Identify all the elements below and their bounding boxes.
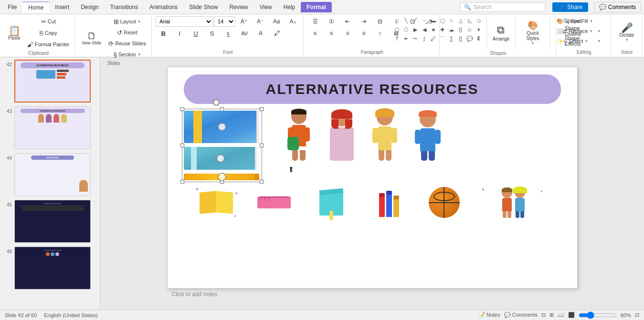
shape-triangle[interactable]: △ [456, 16, 465, 25]
paste-button[interactable]: 📋 Paste [5, 16, 24, 50]
view-reading[interactable]: 📖 [558, 312, 564, 318]
sub-handle-book2[interactable] [216, 154, 225, 163]
slide-canvas[interactable]: ALTERNATIVE RESOURCES [167, 67, 578, 289]
shape-smiley[interactable]: ☺ [465, 25, 474, 34]
tab-review[interactable]: Review [223, 2, 253, 12]
shape-ribbon[interactable]: 🎗 [475, 34, 483, 43]
numbering-button[interactable]: ① [324, 16, 339, 27]
change-case-button[interactable]: Aa [269, 16, 284, 27]
slide-thumbnail-43[interactable]: ALTERNATIVE RESOURCES [14, 106, 91, 149]
shape-pentagon[interactable]: ⬠ [393, 25, 401, 34]
text-shadow-button[interactable]: s̲ [221, 28, 236, 39]
shape-cross[interactable]: ✚ [438, 25, 447, 34]
increase-font-size-button[interactable]: A⁺ [236, 16, 252, 27]
decrease-font-size-button[interactable]: A⁻ [253, 16, 268, 27]
tab-transitions[interactable]: Transitions [105, 2, 144, 12]
shape-arrow-right[interactable]: ▶ [411, 25, 420, 34]
tab-home[interactable]: Home [22, 1, 49, 13]
slide-thumbnail-42[interactable]: ALTERNATIVE RESOURCES [14, 60, 91, 103]
sel-handle-bl[interactable] [180, 180, 184, 184]
shape-rectangle[interactable]: □ [393, 16, 401, 25]
tab-slideshow[interactable]: Slide Show [183, 2, 223, 12]
quick-styles-button[interactable]: 🎨 Quick Styles ▼ [519, 16, 546, 49]
select-button[interactable]: ⊹ Select ▼ [560, 36, 608, 46]
shape-rounded[interactable]: ▢ [438, 16, 447, 25]
view-normal[interactable]: ⊡ [541, 312, 546, 318]
shape-equation[interactable]: ∑ [447, 34, 456, 43]
zoom-slider[interactable] [579, 311, 617, 319]
shape-star[interactable]: ★ [429, 25, 438, 34]
shape-curve[interactable]: ∫ [420, 34, 429, 43]
strikethrough-button[interactable]: S [204, 28, 220, 39]
underline-button[interactable]: U [188, 28, 203, 39]
cut-button[interactable]: ✂ Cut [25, 16, 72, 27]
sel-handle-tr[interactable] [260, 107, 264, 111]
dictate-button[interactable]: 🎤 Dictate ▼ [615, 16, 639, 49]
slide-thumbnail-44[interactable]: RESOURCES [14, 153, 91, 196]
search-box[interactable]: 🔍 Search [460, 2, 546, 12]
share-button[interactable]: 👤 Share [552, 2, 588, 12]
clear-formatting-button[interactable]: Aₓ [285, 16, 300, 27]
shape-brace[interactable]: {} [456, 25, 465, 34]
find-button[interactable]: 🔍 Find [560, 16, 608, 26]
rotation-handle[interactable] [213, 99, 220, 106]
font-family-select[interactable]: Arial [156, 16, 213, 27]
tab-help[interactable]: Help [278, 2, 301, 12]
tab-design[interactable]: Design [75, 2, 104, 12]
shape-diagonal[interactable]: ╱ [411, 16, 420, 25]
align-right-button[interactable]: ≡ [340, 28, 355, 39]
bullets-button[interactable]: ☰ [307, 16, 323, 27]
shape-rect2[interactable]: ▬ [429, 16, 438, 25]
tab-animations[interactable]: Animations [144, 2, 183, 12]
font-color-button[interactable]: A [253, 28, 268, 39]
align-left-button[interactable]: ≡ [307, 28, 323, 39]
new-slide-button[interactable]: 🗋 New Slide [79, 21, 105, 55]
slide-thumbnail-46[interactable]: Fonts & colors used [14, 247, 91, 289]
shape-cloud[interactable]: ☁ [447, 25, 456, 34]
format-painter-button[interactable]: 🖌 Format Painter [25, 39, 72, 50]
sub-handle-book1[interactable] [218, 123, 226, 131]
tab-file[interactable]: File [2, 2, 22, 12]
reset-button[interactable]: ↺ Reset [106, 27, 148, 38]
shape-squiggle[interactable]: 🖊 [429, 34, 438, 43]
shape-hexagon[interactable]: ⬡ [402, 25, 411, 34]
shape-text[interactable]: T [393, 34, 401, 43]
shape-right-triangle[interactable]: ◺ [465, 16, 474, 25]
char-spacing-button[interactable]: AV [237, 28, 252, 39]
replace-button[interactable]: ⇄ Replace ▼ [560, 26, 608, 36]
bold-button[interactable]: B [156, 28, 171, 39]
shape-oval[interactable]: ○ [447, 16, 456, 25]
sel-handle-br[interactable] [260, 180, 264, 184]
reuse-slides-button[interactable]: ⟳ Reuse Slides [106, 38, 148, 49]
line-spacing-button[interactable]: ↕ [372, 28, 388, 39]
font-size-select[interactable]: 14 [214, 16, 235, 27]
notes-area[interactable]: Click to add notes [167, 289, 578, 300]
add-columns-button[interactable]: ⊟ [372, 16, 388, 27]
shape-line[interactable]: ╲ [402, 16, 411, 25]
fit-to-window[interactable]: ⊡ [635, 312, 639, 318]
shape-arc[interactable]: ⌒ [438, 34, 447, 43]
shape-arrow-left[interactable]: ◀ [420, 25, 429, 34]
italic-button[interactable]: I [172, 28, 187, 39]
books-selection[interactable] [182, 109, 262, 182]
layout-button[interactable]: ⊞ Layout ▼ [106, 16, 148, 27]
zoom-percent[interactable]: 60% [621, 312, 631, 318]
section-button[interactable]: § Section ▼ [106, 49, 148, 60]
sub-handle-pencil[interactable] [218, 173, 226, 181]
view-presenter[interactable]: ⬛ [568, 312, 575, 318]
comments-button[interactable]: 💬 Comments [594, 2, 641, 12]
tab-view[interactable]: View [254, 2, 278, 12]
tab-format[interactable]: Format [301, 2, 332, 12]
highlight-color-button[interactable]: 🖍 [269, 28, 285, 39]
increase-indent-button[interactable]: ⇥ [356, 16, 371, 27]
arrange-button[interactable]: ⧉ Arrange [490, 16, 512, 49]
view-slide-sorter[interactable]: ⊞ [549, 312, 554, 318]
sel-handle-mr[interactable] [260, 144, 264, 147]
shape-bracket[interactable]: [] [456, 34, 465, 43]
shape-freeform[interactable]: 〜 [411, 34, 420, 43]
decrease-indent-button[interactable]: ⇤ [340, 16, 355, 27]
shape-pen[interactable]: ✒ [402, 34, 411, 43]
slide-thumbnail-45[interactable]: Instructions for Use [14, 200, 91, 243]
copy-button[interactable]: ⎘ Copy [25, 28, 72, 38]
tab-insert[interactable]: Insert [49, 2, 75, 12]
